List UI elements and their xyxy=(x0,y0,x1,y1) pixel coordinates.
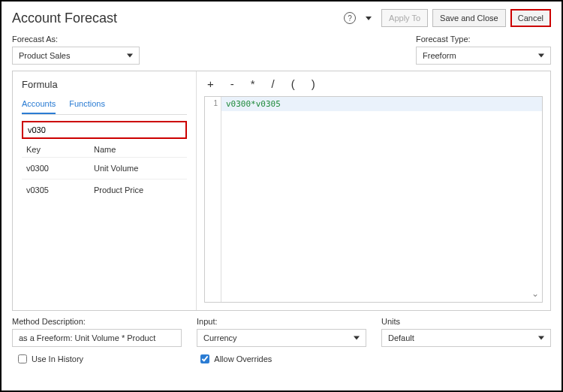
forecast-as-value: Product Sales xyxy=(19,51,70,60)
input-select[interactable]: Currency xyxy=(197,329,366,347)
forecast-as-select[interactable]: Product Sales xyxy=(12,47,140,65)
cancel-button[interactable]: Cancel xyxy=(510,9,551,27)
page-title: Account Forecast xyxy=(12,11,117,26)
column-name-header: Name xyxy=(94,145,116,154)
table-row[interactable]: v0300 Unit Volume xyxy=(22,157,187,179)
tab-functions[interactable]: Functions xyxy=(69,96,105,114)
op-div[interactable]: / xyxy=(272,77,275,90)
accounts-filter-input[interactable] xyxy=(22,121,187,139)
tab-accounts[interactable]: Accounts xyxy=(22,96,56,114)
op-plus[interactable]: + xyxy=(207,77,214,90)
apply-to-button: Apply To xyxy=(381,9,428,27)
row-key: v0305 xyxy=(26,185,94,194)
caret-down-icon xyxy=(538,54,544,58)
op-mult[interactable]: * xyxy=(251,77,255,90)
input-value: Currency xyxy=(203,333,237,342)
caret-down-icon xyxy=(127,54,133,58)
use-in-history-label: Use In History xyxy=(32,354,83,363)
caret-down-icon xyxy=(354,336,360,340)
save-and-close-button[interactable]: Save and Close xyxy=(432,9,506,27)
allow-overrides-input[interactable] xyxy=(200,354,209,363)
input-label: Input: xyxy=(197,317,366,326)
op-lparen[interactable]: ( xyxy=(291,77,295,90)
row-name: Unit Volume xyxy=(94,164,138,173)
allow-overrides-checkbox[interactable]: Allow Overrides xyxy=(200,354,368,363)
method-description-value: as a Freeform: Unit Volume * Product xyxy=(12,329,182,347)
resize-handle-icon[interactable]: ⌄ xyxy=(531,288,539,299)
formula-expression: v0300*v0305 xyxy=(221,97,542,111)
row-key: v0300 xyxy=(26,164,94,173)
op-minus[interactable]: - xyxy=(230,77,234,90)
units-value: Default xyxy=(388,333,414,342)
header-menu-caret[interactable] xyxy=(360,10,377,26)
forecast-type-label: Forecast Type: xyxy=(416,35,551,44)
units-select[interactable]: Default xyxy=(381,329,551,347)
row-name: Product Price xyxy=(94,185,143,194)
forecast-type-value: Freeform xyxy=(423,51,456,60)
help-icon[interactable]: ? xyxy=(344,12,356,24)
forecast-as-label: Forecast As: xyxy=(12,35,401,44)
caret-down-icon xyxy=(538,336,544,340)
table-row[interactable]: v0305 Product Price xyxy=(22,179,187,201)
op-rparen[interactable]: ) xyxy=(312,77,315,90)
use-in-history-input[interactable] xyxy=(18,354,27,363)
use-in-history-checkbox[interactable]: Use In History xyxy=(18,354,185,363)
allow-overrides-label: Allow Overrides xyxy=(214,354,272,363)
formula-editor[interactable]: 1 v0300*v0305 ⌄ xyxy=(204,96,543,303)
column-key-header: Key xyxy=(26,145,94,154)
method-description-label: Method Description: xyxy=(12,317,182,326)
line-number: 1 xyxy=(205,97,221,302)
units-label: Units xyxy=(381,317,551,326)
forecast-type-select[interactable]: Freeform xyxy=(416,47,551,65)
formula-heading: Formula xyxy=(22,79,187,90)
